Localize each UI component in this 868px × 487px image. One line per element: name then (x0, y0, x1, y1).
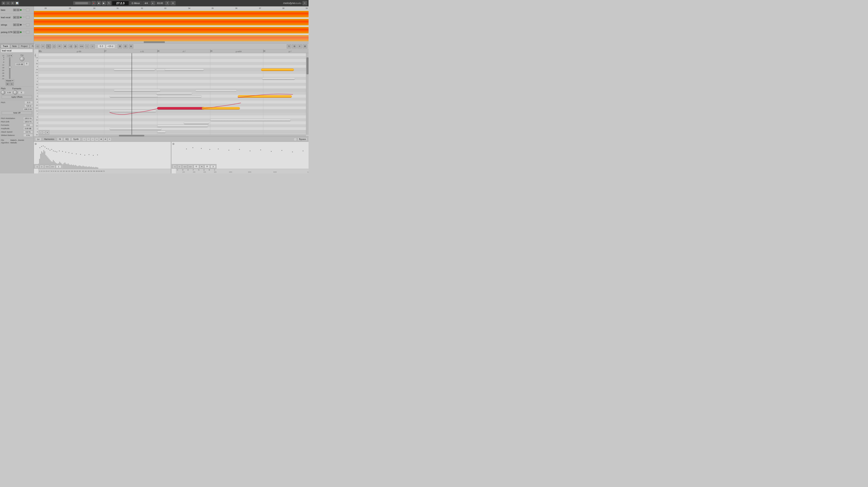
bottom-btn3[interactable]: ○ (91, 137, 94, 141)
settings-icon[interactable]: ⚙ (10, 1, 14, 5)
track-link-bass[interactable]: ↑ (23, 8, 24, 11)
track-name-input[interactable] (1, 49, 33, 53)
pr-bottom-format-icon[interactable]: # (46, 131, 49, 134)
tool-pointer[interactable]: ↖ (46, 44, 51, 48)
bottom-btn4[interactable]: ◇ (95, 137, 99, 141)
tool-quantize[interactable]: ⊞ (118, 44, 122, 48)
pan-knob[interactable] (20, 57, 24, 61)
pr-vscroll-thumb[interactable] (306, 57, 309, 74)
sr-key-select[interactable]: ▾ (199, 165, 204, 168)
track-link-pgtr[interactable]: ↑ (23, 31, 24, 34)
track-m-lead-vocal[interactable]: M (13, 16, 16, 19)
multitrack-scroll-thumb[interactable] (144, 41, 165, 43)
formants-knob[interactable] (13, 90, 18, 95)
sr-next-btn[interactable]: ▷ (177, 165, 182, 168)
pr-vscroll[interactable] (306, 53, 309, 135)
apply-offsets-btn[interactable]: Apply Offsets (2, 95, 32, 99)
bottom-tab-synth[interactable]: Synth (71, 137, 81, 141)
pr-bottom-note-icon[interactable]: ♩ (39, 131, 42, 134)
pr-hscroll-thumb[interactable] (119, 135, 144, 136)
track-check-lv[interactable] (26, 16, 29, 19)
grid-icon[interactable]: ⊞ (2, 1, 5, 5)
sr-next2-btn[interactable]: ▷▷ (188, 165, 193, 168)
key-display[interactable]: G Minor (130, 1, 142, 5)
bottom-tab-eq[interactable]: EQ (64, 137, 70, 141)
tab-file[interactable]: File (30, 44, 34, 48)
pr-bottom-pitch-icon[interactable]: ~ (42, 131, 45, 134)
meter-icon[interactable]: 📊 (15, 1, 19, 5)
menu-icon[interactable]: ≡ (303, 1, 307, 5)
spectrum-right-gear[interactable]: ⚙ (172, 142, 175, 145)
sr-prev2-btn[interactable]: ◁◁ (182, 165, 187, 168)
tab-track[interactable]: Track (1, 44, 10, 48)
bottom-tab-lo[interactable]: Lo (35, 137, 41, 141)
bottom-btn5[interactable]: ⊞ (99, 137, 103, 141)
snap-icon[interactable]: ⊕ (170, 1, 176, 5)
tool-scroll-left[interactable]: ◁ (35, 44, 40, 48)
tempo-down-icon[interactable]: ▼ (165, 1, 169, 5)
note-off-btn[interactable]: Note Off (2, 111, 32, 115)
tool-settings2[interactable]: ⊞ (303, 44, 307, 48)
bottom-btn6[interactable]: ⊟ (103, 137, 107, 141)
tool-select[interactable]: ▢ (52, 44, 56, 48)
master-select[interactable]: Master ▾ (5, 79, 14, 82)
bypass-btn[interactable]: Bypass (298, 138, 307, 141)
track-s-lead-vocal[interactable]: S (17, 16, 20, 19)
track-check-str[interactable] (26, 23, 29, 26)
mt-track-picking-gtr[interactable] (34, 34, 309, 41)
track-config-bass[interactable]: → (24, 8, 26, 11)
list-icon[interactable]: ≡ (6, 1, 10, 5)
pitch-knob[interactable] (1, 90, 5, 95)
stop-btn[interactable]: ■ (97, 1, 101, 5)
bottom-tab-hi[interactable]: Hi (57, 137, 63, 141)
loop-btn[interactable]: ↻ (107, 1, 111, 5)
play-btn[interactable]: ▶ (102, 1, 106, 5)
track-s-pgtr[interactable]: S (17, 31, 20, 33)
track-m-strings[interactable]: M (13, 24, 16, 26)
bottom-btn2[interactable]: □ (87, 137, 90, 141)
track-config-lv[interactable]: → (24, 16, 26, 19)
mt-track-lead-vocal[interactable] (34, 18, 309, 26)
fader-handle[interactable] (8, 66, 11, 68)
track-link-str[interactable]: ↑ (23, 23, 24, 26)
m-button[interactable]: M (6, 83, 9, 86)
tab-project[interactable]: Project (19, 44, 29, 48)
track-m-bass[interactable]: M (13, 9, 16, 11)
sr-prev-btn[interactable]: ◁ (173, 165, 177, 168)
track-check-bass[interactable] (26, 8, 29, 11)
track-s-strings[interactable]: S (17, 24, 20, 26)
bottom-btn7[interactable]: ≡ (107, 137, 112, 141)
position-bar[interactable] (73, 1, 91, 5)
channel-in-select[interactable]: 1-2 ▾ (6, 54, 13, 57)
tool-erase[interactable]: ⊗ (63, 44, 67, 48)
track-config-str[interactable]: → (24, 23, 26, 26)
volume-fader[interactable] (9, 58, 10, 79)
bypass-circle[interactable] (293, 138, 297, 141)
track-m-pgtr[interactable]: M (13, 31, 16, 33)
track-s-bass[interactable]: S (17, 9, 20, 11)
tool-paste[interactable]: ⧉ (292, 44, 297, 48)
mt-track-strings[interactable] (34, 26, 309, 34)
track-link-lv[interactable]: ↑ (23, 16, 24, 19)
track-check-pgtr[interactable] (26, 31, 29, 34)
record-btn[interactable]: ● (92, 1, 96, 5)
sl-next-btn[interactable]: ▷ (40, 165, 44, 168)
tool-format[interactable]: ≈ (90, 44, 95, 48)
tool-time-stretch[interactable]: ⟺ (79, 44, 84, 48)
multitrack-hscroll[interactable] (34, 41, 309, 43)
sl-prev2-btn[interactable]: ◁◁ (44, 165, 50, 168)
tool-draw[interactable]: ✏ (57, 44, 62, 48)
tool-snap[interactable]: ⊟ (123, 44, 128, 48)
tempo-up-icon[interactable]: ▲ (151, 1, 155, 5)
sl-next2-btn[interactable]: ▷▷ (50, 165, 55, 168)
tool-zoom[interactable]: ⊕ (129, 44, 133, 48)
mt-track-bass[interactable] (34, 10, 309, 18)
tab-note[interactable]: Note (10, 44, 19, 48)
spectrum-left-gear[interactable]: ⚙ (35, 142, 37, 145)
bottom-tab-harmonics[interactable]: Harmonics (42, 137, 56, 141)
s-button[interactable]: S (10, 83, 14, 86)
sl-prev-btn[interactable]: ◁ (35, 165, 39, 168)
bottom-btn1[interactable]: | (82, 137, 86, 141)
tool-copy[interactable]: ⎘ (287, 44, 291, 48)
tool-resize-right[interactable]: |▷ (74, 44, 79, 48)
